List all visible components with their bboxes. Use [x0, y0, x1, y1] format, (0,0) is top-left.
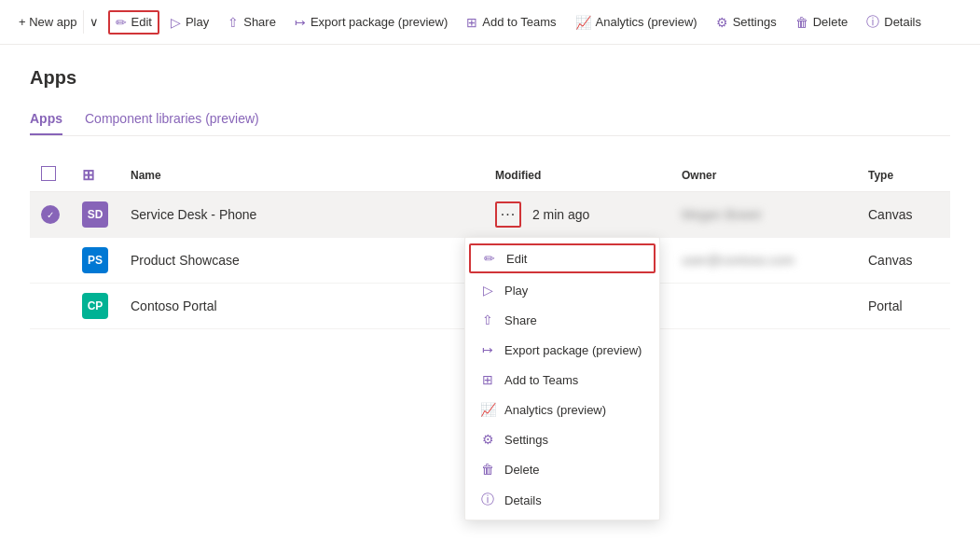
- selected-check: ✓: [41, 205, 60, 224]
- modified-time: 2 min ago: [532, 207, 589, 222]
- play-button[interactable]: ▷ Play: [163, 10, 216, 35]
- menu-label: Add to Teams: [504, 373, 578, 387]
- owner-name: Megan Bower: [682, 207, 762, 222]
- analytics-icon: 📈: [575, 15, 591, 30]
- row-owner-cell: [670, 284, 857, 329]
- menu-label: Delete: [504, 463, 540, 477]
- menu-item-share[interactable]: ⇧ Share: [465, 305, 659, 335]
- menu-item-export-package-preview[interactable]: ↦ Export package (preview): [465, 335, 659, 365]
- export-label: Export package (preview): [311, 15, 448, 29]
- table-row[interactable]: ✓SDService Desk - Phone ··· 2 min ago Me…: [30, 192, 950, 238]
- play-label: Play: [186, 15, 209, 29]
- menu-item-delete[interactable]: 🗑 Delete: [465, 454, 659, 484]
- export-button[interactable]: ↦ Export package (preview): [287, 10, 455, 35]
- settings-icon: ⚙: [716, 15, 728, 30]
- settings-label: Settings: [733, 15, 777, 29]
- menu-icon-7: 🗑: [480, 462, 495, 477]
- owner-name: user@contoso.com: [682, 253, 794, 268]
- row-name-cell: Contoso Portal: [119, 284, 484, 329]
- tabs-bar: Apps Component libraries (preview): [30, 104, 950, 136]
- more-button[interactable]: ···: [495, 201, 521, 228]
- app-type: Portal: [868, 298, 903, 313]
- app-icon: SD: [82, 201, 108, 228]
- add-to-teams-button[interactable]: ⊞ Add to Teams: [459, 10, 563, 35]
- menu-icon-1: ▷: [480, 283, 495, 298]
- menu-label: Settings: [504, 433, 548, 447]
- add-to-teams-label: Add to Teams: [482, 15, 556, 29]
- tab-component-libraries[interactable]: Component libraries (preview): [85, 104, 259, 135]
- menu-label: Analytics (preview): [504, 403, 606, 417]
- row-icon-cell: PS: [71, 238, 119, 284]
- app-name: Service Desk - Phone: [131, 207, 256, 222]
- owner-header[interactable]: Owner: [670, 159, 857, 192]
- menu-item-play[interactable]: ▷ Play: [465, 275, 659, 305]
- export-icon: ↦: [295, 15, 306, 30]
- row-type-cell: Canvas: [857, 192, 950, 238]
- new-app-button[interactable]: + New app ∨: [11, 6, 104, 38]
- edit-icon: ✏: [116, 15, 127, 30]
- menu-icon-4: ⊞: [480, 372, 495, 387]
- menu-label: Share: [504, 313, 537, 327]
- menu-icon-0: ✏: [482, 251, 497, 266]
- menu-label: Play: [504, 284, 528, 298]
- app-name: Contoso Portal: [131, 298, 217, 313]
- new-app-label: + New app: [11, 10, 83, 34]
- delete-button[interactable]: 🗑 Delete: [788, 10, 856, 35]
- share-button[interactable]: ⇧ Share: [220, 10, 283, 35]
- menu-icon-5: 📈: [480, 402, 495, 417]
- menu-icon-2: ⇧: [480, 312, 495, 327]
- menu-label: Edit: [506, 252, 527, 266]
- context-menu: ✏ Edit ▷ Play ⇧ Share ↦ Export package (…: [464, 237, 660, 520]
- details-label: Details: [884, 15, 921, 29]
- name-header[interactable]: Name: [119, 159, 484, 192]
- app-icon: CP: [82, 293, 108, 319]
- analytics-label: Analytics (preview): [596, 15, 697, 29]
- select-all-checkbox[interactable]: [41, 166, 56, 181]
- play-icon: ▷: [171, 15, 181, 30]
- menu-item-settings[interactable]: ⚙ Settings: [465, 424, 659, 454]
- settings-button[interactable]: ⚙ Settings: [709, 10, 784, 35]
- new-app-chevron-icon[interactable]: ∨: [83, 10, 104, 34]
- edit-button[interactable]: ✏ Edit: [108, 10, 159, 35]
- modified-header[interactable]: Modified: [484, 159, 670, 192]
- menu-item-add-to-teams[interactable]: ⊞ Add to Teams: [465, 365, 659, 395]
- tab-apps[interactable]: Apps: [30, 104, 62, 135]
- app-type: Canvas: [868, 207, 912, 222]
- edit-label: Edit: [131, 15, 152, 29]
- menu-item-details[interactable]: ⓘ Details: [465, 484, 659, 516]
- row-type-cell: Portal: [857, 284, 950, 329]
- analytics-button[interactable]: 📈 Analytics (preview): [568, 10, 705, 35]
- menu-icon-8: ⓘ: [480, 492, 495, 508]
- toolbar: + New app ∨ ✏ Edit ▷ Play ⇧ Share ↦ Expo…: [0, 0, 980, 45]
- share-label: Share: [243, 15, 276, 29]
- delete-label: Delete: [813, 15, 849, 29]
- row-name-cell: Product Showcase: [119, 238, 484, 284]
- row-owner-cell: Megan Bower: [670, 192, 857, 238]
- menu-label: Details: [504, 493, 542, 507]
- row-select-cell[interactable]: [30, 238, 71, 284]
- page-title: Apps: [30, 67, 950, 89]
- table-icon: ⊞: [82, 167, 94, 183]
- delete-icon: 🗑: [795, 15, 808, 30]
- menu-item-analytics-preview[interactable]: 📈 Analytics (preview): [465, 395, 659, 424]
- share-icon: ⇧: [228, 15, 239, 30]
- row-modified-cell: ··· 2 min ago: [484, 192, 670, 238]
- menu-icon-3: ↦: [480, 342, 495, 357]
- details-icon: ⓘ: [866, 14, 879, 31]
- menu-label: Export package (preview): [504, 343, 642, 357]
- app-type: Canvas: [868, 253, 912, 268]
- row-type-cell: Canvas: [857, 238, 950, 284]
- row-icon-cell: CP: [71, 284, 119, 329]
- type-header[interactable]: Type: [857, 159, 950, 192]
- menu-icon-6: ⚙: [480, 432, 495, 447]
- add-to-teams-icon: ⊞: [466, 15, 477, 30]
- row-name-cell: Service Desk - Phone: [119, 192, 484, 238]
- row-select-cell[interactable]: [30, 284, 71, 329]
- details-button[interactable]: ⓘ Details: [859, 9, 929, 35]
- select-all-header[interactable]: [30, 159, 71, 192]
- row-select-cell[interactable]: ✓: [30, 192, 71, 238]
- menu-item-edit[interactable]: ✏ Edit: [469, 243, 656, 273]
- row-icon-cell: SD: [71, 192, 119, 238]
- row-owner-cell: user@contoso.com: [670, 238, 857, 284]
- app-name: Product Showcase: [131, 253, 240, 268]
